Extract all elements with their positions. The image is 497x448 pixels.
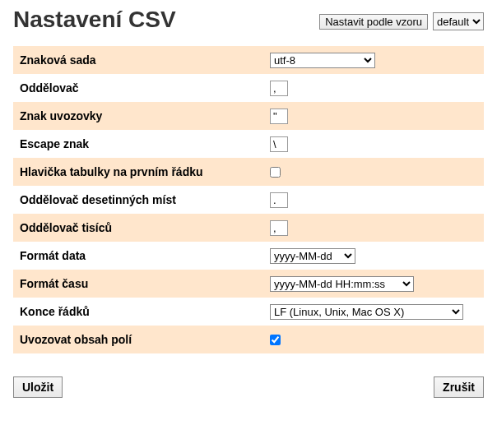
- label-thousands: Oddělovač tisíců: [20, 221, 270, 234]
- row-escape: Escape znak: [13, 130, 484, 158]
- row-quote: Znak uvozovky: [13, 102, 484, 130]
- select-charset[interactable]: utf-8: [270, 53, 375, 68]
- row-header-first: Hlavička tabulky na prvním řádku: [13, 158, 484, 186]
- header-controls: Nastavit podle vzoru default: [319, 12, 484, 30]
- label-quote: Znak uvozovky: [20, 109, 270, 122]
- label-escape: Escape znak: [20, 137, 270, 150]
- save-button[interactable]: Uložit: [13, 376, 63, 398]
- label-quote-fields: Uvozovat obsah polí: [20, 333, 270, 346]
- row-date-format: Formát data yyyy-MM-dd: [13, 242, 484, 270]
- label-header-first: Hlavička tabulky na prvním řádku: [20, 165, 270, 178]
- row-decimal: Oddělovač desetinných míst: [13, 186, 484, 214]
- input-thousands[interactable]: [270, 220, 288, 236]
- form-rows: Znaková sada utf-8 Oddělovač Znak uvozov…: [13, 46, 484, 353]
- input-decimal[interactable]: [270, 192, 288, 208]
- row-charset: Znaková sada utf-8: [13, 46, 484, 74]
- row-line-endings: Konce řádků LF (Linux, Unix, Mac OS X): [13, 298, 484, 326]
- checkbox-header-first[interactable]: [270, 167, 281, 178]
- row-quote-fields: Uvozovat obsah polí: [13, 326, 484, 353]
- footer: Uložit Zrušit: [13, 376, 484, 398]
- header: Nastavení CSV Nastavit podle vzoru defau…: [13, 7, 484, 33]
- label-delimiter: Oddělovač: [20, 81, 270, 95]
- cancel-button[interactable]: Zrušit: [434, 376, 484, 398]
- profile-select[interactable]: default: [433, 12, 484, 30]
- label-time-format: Formát času: [20, 277, 270, 290]
- select-date-format[interactable]: yyyy-MM-dd: [270, 248, 355, 264]
- row-delimiter: Oddělovač: [13, 74, 484, 102]
- page-title: Nastavení CSV: [13, 7, 319, 33]
- template-button[interactable]: Nastavit podle vzoru: [319, 14, 428, 30]
- select-time-format[interactable]: yyyy-MM-dd HH:mm:ss: [270, 276, 414, 292]
- row-thousands: Oddělovač tisíců: [13, 214, 484, 242]
- row-time-format: Formát času yyyy-MM-dd HH:mm:ss: [13, 270, 484, 298]
- input-escape[interactable]: [270, 136, 288, 152]
- label-charset: Znaková sada: [20, 53, 270, 67]
- label-date-format: Formát data: [20, 249, 270, 262]
- input-quote[interactable]: [270, 109, 288, 124]
- label-decimal: Oddělovač desetinných míst: [20, 193, 270, 206]
- input-delimiter[interactable]: [270, 81, 288, 96]
- checkbox-quote-fields[interactable]: [270, 335, 281, 345]
- label-line-endings: Konce řádků: [20, 305, 270, 318]
- select-line-endings[interactable]: LF (Linux, Unix, Mac OS X): [270, 304, 463, 320]
